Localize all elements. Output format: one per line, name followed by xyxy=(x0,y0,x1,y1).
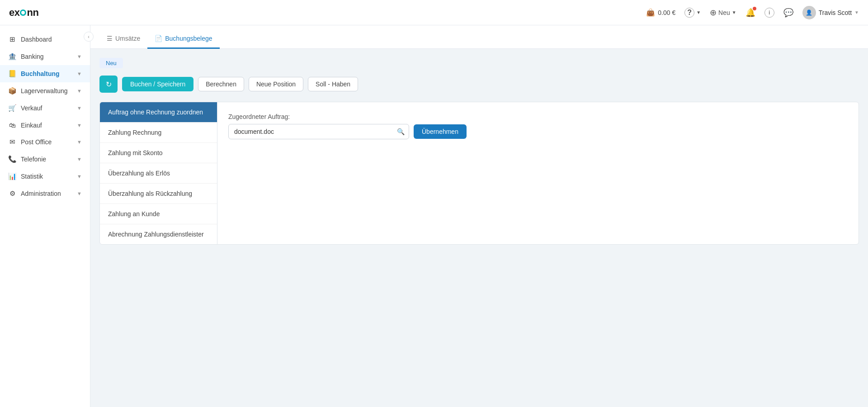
list-item-zahlung-kunde-label: Zahlung an Kunde xyxy=(108,210,160,218)
telefonie-icon: 📞 xyxy=(8,155,16,163)
sidebar-label-banking: Banking xyxy=(21,53,44,60)
tab-buchungsbelege[interactable]: 📄 Buchungsbelege xyxy=(147,28,219,49)
notifications[interactable]: 🔔 xyxy=(745,8,755,18)
auftrag-search-input[interactable] xyxy=(228,124,409,139)
tabs-bar: ☰ Umsätze 📄 Buchungsbelege xyxy=(90,25,868,49)
list-item-uberzahlung-rueckzahlung-label: Überzahlung als Rückzahlung xyxy=(108,190,192,197)
logo-text-right: nn xyxy=(27,7,38,19)
dashboard-icon: ⊞ xyxy=(8,35,16,43)
topbar: ex nn 👜 0.00 € ? ▼ ⊕ Neu ▼ 🔔 i 💬 👤 xyxy=(0,0,868,25)
logo-circle-icon xyxy=(20,9,26,16)
sidebar-item-einkauf[interactable]: 🛍 Einkauf ▼ xyxy=(0,117,90,133)
help-button[interactable]: ? ▼ xyxy=(684,8,701,18)
statistik-icon: 📊 xyxy=(8,172,16,180)
list-item-zahlung-skonto[interactable]: Zahlung mit Skonto xyxy=(100,143,217,163)
post-office-icon: ✉ xyxy=(8,138,16,146)
sidebar-collapse-button[interactable]: ‹ xyxy=(84,32,94,42)
content-area: Neu ↻ Buchen / Speichern Berechnen Neue … xyxy=(90,49,868,407)
wallet-icon: 👜 xyxy=(646,8,655,17)
avatar-icon: 👤 xyxy=(806,9,812,16)
user-menu-button[interactable]: 👤 Travis Scott ▼ xyxy=(802,6,859,19)
list-item-abrechnung-label: Abrechnung Zahlungsdienstleister xyxy=(108,231,204,238)
sidebar-item-dashboard[interactable]: ⊞ Dashboard xyxy=(0,31,90,48)
telefonie-chevron-icon: ▼ xyxy=(77,156,82,162)
notification-dot xyxy=(753,7,756,10)
sidebar-label-einkauf: Einkauf xyxy=(21,122,42,129)
help-icon: ? xyxy=(684,8,694,18)
search-icon: 🔍 xyxy=(397,128,405,135)
list-item-abrechnung[interactable]: Abrechnung Zahlungsdienstleister xyxy=(100,224,217,244)
info-icon: i xyxy=(764,8,774,18)
sidebar-item-lagerverwaltung[interactable]: 📦 Lagerverwaltung ▼ xyxy=(0,82,90,99)
neu-badge: Neu xyxy=(99,58,123,68)
sidebar-label-telefonie: Telefonie xyxy=(21,156,46,163)
buchhaltung-chevron-icon: ▼ xyxy=(77,71,82,76)
logo-text-left: ex xyxy=(9,7,19,19)
balance-display: 👜 0.00 € xyxy=(646,8,675,17)
einkauf-icon: 🛍 xyxy=(8,121,16,129)
sidebar-label-post-office: Post Office xyxy=(21,138,52,146)
umsaetze-tab-label: Umsätze xyxy=(115,35,140,42)
buchhaltung-icon: 📒 xyxy=(8,70,16,78)
avatar: 👤 xyxy=(802,6,816,19)
sidebar-label-dashboard: Dashboard xyxy=(21,36,52,43)
sidebar-label-statistik: Statistik xyxy=(21,173,43,180)
info-button[interactable]: i xyxy=(764,8,774,18)
lagerverwaltung-icon: 📦 xyxy=(8,87,16,95)
list-item-uberzahlung-rueckzahlung[interactable]: Überzahlung als Rückzahlung xyxy=(100,184,217,204)
new-button[interactable]: ⊕ Neu ▼ xyxy=(710,8,736,18)
help-chevron: ▼ xyxy=(696,10,701,15)
soll-haben-button[interactable]: Soll - Haben xyxy=(308,77,358,91)
list-item-zahlung-kunde[interactable]: Zahlung an Kunde xyxy=(100,204,217,224)
verkauf-icon: 🛒 xyxy=(8,104,16,112)
list-item-zahlung-rechnung-label: Zahlung Rechnung xyxy=(108,129,161,136)
banking-chevron-icon: ▼ xyxy=(77,54,82,59)
list-item-uberzahlung-erloes[interactable]: Überzahlung als Erlös xyxy=(100,163,217,184)
neue-position-button[interactable]: Neue Position xyxy=(249,77,303,91)
sidebar-item-statistik[interactable]: 📊 Statistik ▼ xyxy=(0,168,90,185)
list-item-auftrag-ohne[interactable]: Auftrag ohne Rechnung zuordnen xyxy=(100,102,217,123)
message-icon: 💬 xyxy=(783,8,793,18)
toolbar: ↻ Buchen / Speichern Berechnen Neue Posi… xyxy=(99,76,859,93)
umsaetze-tab-icon: ☰ xyxy=(107,35,113,42)
statistik-chevron-icon: ▼ xyxy=(77,174,82,179)
lagerverwaltung-chevron-icon: ▼ xyxy=(77,88,82,94)
verkauf-chevron-icon: ▼ xyxy=(77,105,82,111)
sidebar-item-verkauf[interactable]: 🛒 Verkauf ▼ xyxy=(0,99,90,117)
new-chevron: ▼ xyxy=(732,10,736,15)
auftrag-field-row: 🔍 Übernehmen xyxy=(228,124,848,139)
refresh-button[interactable]: ↻ xyxy=(99,76,118,93)
main-content: ☰ Umsätze 📄 Buchungsbelege Neu ↻ Buchen … xyxy=(90,25,868,407)
buchungsbelege-tab-label: Buchungsbelege xyxy=(165,35,212,42)
sidebar-label-buchhaltung: Buchhaltung xyxy=(21,70,60,77)
new-label: Neu xyxy=(718,9,730,16)
sidebar-item-post-office[interactable]: ✉ Post Office ▼ xyxy=(0,133,90,151)
post-office-chevron-icon: ▼ xyxy=(77,139,82,145)
sidebar-item-buchhaltung[interactable]: 📒 Buchhaltung ▼ xyxy=(0,65,90,82)
refresh-icon: ↻ xyxy=(106,80,112,89)
tab-umsaetze[interactable]: ☰ Umsätze xyxy=(99,28,147,49)
buchen-speichern-button[interactable]: Buchen / Speichern xyxy=(122,77,193,91)
auftrag-field-label: Zugeordneter Auftrag: xyxy=(228,113,848,120)
sidebar-item-banking[interactable]: 🏦 Banking ▼ xyxy=(0,48,90,65)
sidebar-label-lagerverwaltung: Lagerverwaltung xyxy=(21,87,68,95)
list-item-zahlung-rechnung[interactable]: Zahlung Rechnung xyxy=(100,123,217,143)
sidebar-label-administration: Administration xyxy=(21,190,61,197)
messages-button[interactable]: 💬 xyxy=(783,8,793,18)
logo: ex nn xyxy=(9,7,38,19)
administration-chevron-icon: ▼ xyxy=(77,191,82,196)
administration-icon: ⚙ xyxy=(8,189,16,198)
user-chevron: ▼ xyxy=(854,10,859,15)
sidebar-item-administration[interactable]: ⚙ Administration ▼ xyxy=(0,185,90,202)
sidebar: ⊞ Dashboard 🏦 Banking ▼ 📒 Buchhaltung ▼ … xyxy=(0,25,90,407)
ubernehmen-button[interactable]: Übernehmen xyxy=(414,124,467,139)
einkauf-chevron-icon: ▼ xyxy=(77,123,82,128)
form-area: Auftrag ohne Rechnung zuordnen Zahlung R… xyxy=(99,102,859,245)
sidebar-item-telefonie[interactable]: 📞 Telefonie ▼ xyxy=(0,151,90,168)
layout: ⊞ Dashboard 🏦 Banking ▼ 📒 Buchhaltung ▼ … xyxy=(0,25,868,407)
sidebar-label-verkauf: Verkauf xyxy=(21,104,42,112)
list-item-uberzahlung-erloes-label: Überzahlung als Erlös xyxy=(108,170,170,177)
balance-amount: 0.00 € xyxy=(658,9,675,16)
berechnen-button[interactable]: Berechnen xyxy=(198,77,244,91)
search-input-wrapper: 🔍 xyxy=(228,124,409,139)
